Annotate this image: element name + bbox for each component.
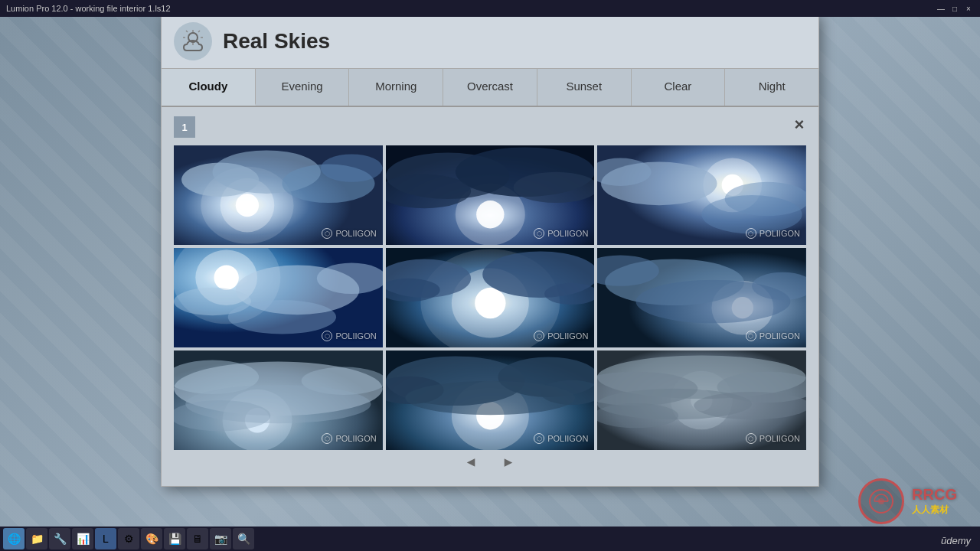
minimize-button[interactable]: — (936, 3, 946, 14)
watermark-1: ⬡ POLIIGON (322, 228, 376, 239)
sky-card-9[interactable]: ⬡ POLIIGON (597, 350, 806, 450)
tab-clear[interactable]: Clear (632, 69, 726, 106)
real-skies-dialog: Real Skies Cloudy Evening Morning Overca… (161, 14, 819, 487)
sky-card-1[interactable]: ⬡ POLIIGON (174, 145, 383, 245)
svg-point-59 (174, 400, 270, 431)
tab-night[interactable]: Night (725, 69, 818, 106)
dialog-header: Real Skies (162, 15, 818, 69)
cloud-sun-icon (179, 28, 207, 55)
tab-sunset[interactable]: Sunset (537, 69, 632, 106)
taskbar-icon-7[interactable]: 🎨 (141, 528, 162, 549)
taskbar-icons: 🌐 📁 🔧 📊 L ⚙ 🎨 💾 🖥 📷 🔍 (3, 528, 977, 549)
sky-card-2[interactable]: ⬡ POLIIGON (386, 145, 595, 245)
poligon-icon-7: ⬡ (322, 433, 332, 444)
watermark-3: ⬡ POLIIGON (746, 228, 800, 239)
sky-grid: ⬡ POLIIGON (174, 145, 806, 450)
dialog-icon (174, 22, 212, 60)
taskbar-icon-11[interactable]: 🔍 (233, 528, 254, 549)
poligon-icon-2: ⬡ (534, 228, 544, 239)
taskbar-icon-8[interactable]: 💾 (164, 528, 185, 549)
sky-card-5[interactable]: ⬡ POLIIGON (386, 248, 595, 347)
taskbar-icon-4[interactable]: 📊 (72, 528, 93, 549)
udemy-logo: ūdemy (941, 535, 971, 546)
taskbar: 🌐 📁 🔧 📊 L ⚙ 🎨 💾 🖥 📷 🔍 ūdemy (0, 527, 980, 551)
poligon-icon-9: ⬡ (746, 433, 756, 444)
taskbar-icon-10[interactable]: 📷 (210, 528, 231, 549)
svg-line-6 (198, 31, 200, 32)
svg-point-21 (513, 172, 594, 203)
svg-point-79 (878, 498, 884, 504)
maximize-button[interactable]: □ (949, 3, 960, 14)
brand-text-group: RRCG 人人素材 (912, 486, 957, 517)
watermark-6: ⬡ POLIIGON (746, 331, 800, 341)
taskbar-icon-1[interactable]: 🌐 (3, 528, 24, 549)
taskbar-icon-2[interactable]: 📁 (26, 528, 47, 549)
prev-arrow[interactable]: ▼ (464, 456, 480, 470)
sky-card-8[interactable]: ⬡ POLIIGON (386, 350, 595, 450)
page-indicator: 1 (174, 116, 195, 138)
titlebar: Lumion Pro 12.0 - working file interior … (0, 0, 980, 17)
titlebar-title: Lumion Pro 12.0 - working file interior … (6, 4, 171, 13)
brand-sub: 人人素材 (912, 504, 957, 517)
watermark-9: ⬡ POLIIGON (746, 433, 800, 444)
sky-card-7[interactable]: ⬡ POLIIGON (174, 350, 383, 450)
poligon-icon-5: ⬡ (534, 331, 544, 341)
svg-point-14 (321, 154, 383, 181)
tab-morning[interactable]: Morning (349, 69, 443, 106)
taskbar-icon-6[interactable]: ⚙ (118, 528, 139, 549)
poligon-icon-4: ⬡ (322, 331, 332, 341)
sky-card-4[interactable]: ⬡ POLIIGON (174, 248, 383, 347)
poligon-icon-8: ⬡ (534, 433, 544, 444)
watermark-4: ⬡ POLIIGON (322, 331, 376, 341)
svg-line-5 (186, 31, 188, 32)
svg-point-76 (597, 403, 678, 428)
svg-point-67 (405, 381, 575, 415)
brand-text: RRCG (912, 486, 957, 504)
poligon-icon-1: ⬡ (322, 228, 332, 239)
rrcg-logo-icon (868, 488, 894, 514)
brand-watermark: RRCG 人人素材 (858, 478, 957, 524)
brand-logo (858, 478, 904, 524)
nav-arrows: ▼ ▼ (174, 450, 806, 471)
window-close-button[interactable]: × (963, 3, 974, 14)
watermark-5: ⬡ POLIIGON (534, 331, 588, 341)
tabs-bar: Cloudy Evening Morning Overcast Sunset C… (162, 69, 818, 107)
tab-cloudy[interactable]: Cloudy (162, 69, 256, 106)
poligon-icon-6: ⬡ (746, 331, 756, 341)
sky-card-6[interactable]: ⬡ POLIIGON (597, 248, 806, 347)
close-button[interactable]: × (788, 113, 811, 136)
tab-evening[interactable]: Evening (256, 69, 350, 106)
watermark-7: ⬡ POLIIGON (322, 433, 376, 444)
watermark-8: ⬡ POLIIGON (534, 433, 588, 444)
next-arrow[interactable]: ▼ (500, 456, 516, 470)
svg-point-75 (694, 392, 806, 419)
watermark-2: ⬡ POLIIGON (534, 228, 588, 239)
dialog-content: × 1 (162, 107, 818, 486)
taskbar-icon-5[interactable]: L (95, 528, 116, 549)
taskbar-icon-3[interactable]: 🔧 (49, 528, 70, 549)
svg-point-51 (636, 280, 791, 324)
tab-overcast[interactable]: Overcast (443, 69, 537, 106)
svg-point-36 (228, 300, 336, 334)
taskbar-icon-9[interactable]: 🖥 (187, 528, 208, 549)
dialog-title: Real Skies (223, 29, 330, 54)
poligon-icon-3: ⬡ (746, 228, 756, 239)
sky-card-3[interactable]: ⬡ POLIIGON (597, 145, 806, 245)
titlebar-controls: — □ × (936, 3, 974, 14)
